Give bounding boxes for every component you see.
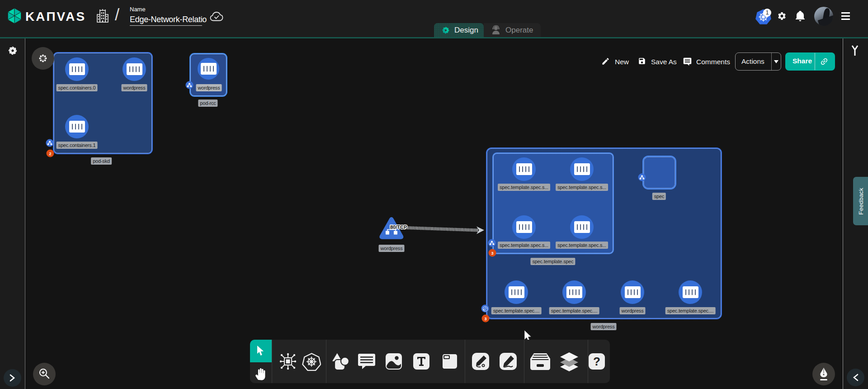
svg-text:?: ?	[593, 355, 600, 368]
svg-text:80/TCP: 80/TCP	[390, 224, 407, 230]
